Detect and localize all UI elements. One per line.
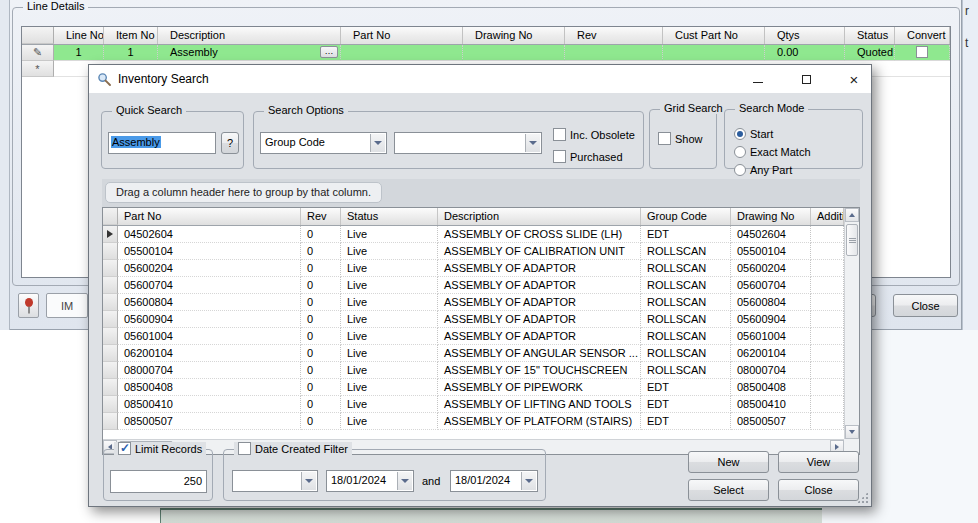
results-cell[interactable]	[811, 226, 844, 243]
purchased-checkbox[interactable]: Purchased	[553, 150, 623, 163]
results-grid[interactable]: Part NoRevStatusDescriptionGroup CodeDra…	[102, 207, 860, 455]
results-row-05600804[interactable]: 056008040LiveASSEMBLY OF ADAPTORROLLSCAN…	[103, 294, 844, 311]
results-cell[interactable]	[811, 413, 844, 430]
radio-circle-icon[interactable]	[734, 128, 746, 140]
inc-obsolete-checkbox[interactable]: Inc. Obsolete	[553, 128, 635, 141]
close-button[interactable]: ×	[845, 70, 863, 88]
view-button[interactable]: View	[778, 451, 859, 473]
results-cell[interactable]: 05600904	[118, 311, 301, 328]
results-cell[interactable]	[811, 328, 844, 345]
results-cell[interactable]	[811, 277, 844, 294]
line-cell-0[interactable]: 1	[54, 45, 104, 61]
line-col-part-no[interactable]: Part No	[341, 27, 463, 44]
results-cell[interactable]: ASSEMBLY OF CALIBRATION UNIT	[438, 243, 641, 260]
row-header[interactable]	[103, 328, 118, 345]
results-col-additional[interactable]: Additional	[811, 208, 844, 225]
line-col-convert[interactable]: Convert	[895, 27, 950, 44]
inc-obsolete-box[interactable]	[553, 128, 566, 141]
results-row-05600704[interactable]: 056007040LiveASSEMBLY OF ADAPTORROLLSCAN…	[103, 277, 844, 294]
results-row-08500507[interactable]: 085005070LiveASSEMBLY OF PLATFORM (STAIR…	[103, 413, 844, 430]
results-cell[interactable]: Live	[341, 396, 438, 413]
results-cell[interactable]	[811, 345, 844, 362]
results-cell[interactable]: 05600204	[731, 260, 811, 277]
results-cell[interactable]: 04502604	[731, 226, 811, 243]
results-cell[interactable]: ASSEMBLY OF PIPEWORK	[438, 379, 641, 396]
group-by-band[interactable]: Drag a column header here to group by th…	[102, 179, 860, 207]
quick-search-input[interactable]: Assembly	[108, 132, 216, 154]
results-cell[interactable]: 08500410	[731, 396, 811, 413]
results-cell[interactable]: 0	[301, 328, 341, 345]
results-cell[interactable]: ASSEMBLY OF ADAPTOR	[438, 328, 641, 345]
results-cell[interactable]: 0	[301, 362, 341, 379]
im-button[interactable]: IM	[46, 293, 88, 318]
results-cell[interactable]: 05500104	[118, 243, 301, 260]
convert-checkbox[interactable]	[916, 46, 928, 58]
results-cell[interactable]: Live	[341, 277, 438, 294]
results-cell[interactable]: Live	[341, 226, 438, 243]
results-row-08000704[interactable]: 080007040LiveASSEMBLY OF 15" TOUCHSCREEN…	[103, 362, 844, 379]
date-to-picker[interactable]: 18/01/2024	[450, 470, 538, 492]
results-cell[interactable]: ASSEMBLY OF CROSS SLIDE (LH)	[438, 226, 641, 243]
results-cell[interactable]: 08000704	[118, 362, 301, 379]
current-row-header[interactable]	[103, 226, 118, 243]
line-cell-3[interactable]	[341, 45, 463, 61]
row-header[interactable]	[103, 243, 118, 260]
results-cell[interactable]: 0	[301, 226, 341, 243]
row-header[interactable]	[103, 260, 118, 277]
results-cell[interactable]: Live	[341, 328, 438, 345]
row-header[interactable]	[103, 396, 118, 413]
search-field-dropdown-button[interactable]	[370, 134, 385, 152]
results-cell[interactable]: ROLLSCAN	[641, 294, 731, 311]
date-to-dropdown-button[interactable]	[521, 472, 536, 490]
line-col-item-no[interactable]: Item No	[104, 27, 158, 44]
results-col-group-code[interactable]: Group Code	[641, 208, 731, 225]
results-cell[interactable]: Live	[341, 345, 438, 362]
show-box[interactable]	[658, 132, 671, 145]
results-cell[interactable]: ROLLSCAN	[641, 345, 731, 362]
results-row-05601004[interactable]: 056010040LiveASSEMBLY OF ADAPTORROLLSCAN…	[103, 328, 844, 345]
new-button[interactable]: New	[688, 451, 769, 473]
line-col-drawing-no[interactable]: Drawing No	[463, 27, 565, 44]
results-cell[interactable]: ASSEMBLY OF ADAPTOR	[438, 294, 641, 311]
line-cell-5[interactable]	[565, 45, 663, 61]
results-cell[interactable]: 08500507	[118, 413, 301, 430]
results-cell[interactable]: 05601004	[731, 328, 811, 345]
results-cell[interactable]: 05600704	[731, 277, 811, 294]
results-cell[interactable]: 0	[301, 260, 341, 277]
maximize-button[interactable]	[797, 70, 815, 88]
date-preset-combo[interactable]	[232, 470, 318, 492]
results-cell[interactable]: ROLLSCAN	[641, 277, 731, 294]
results-cell[interactable]: ASSEMBLY OF ADAPTOR	[438, 311, 641, 328]
results-cell[interactable]	[811, 311, 844, 328]
results-cell[interactable]: 08500408	[731, 379, 811, 396]
results-col-rev[interactable]: Rev	[301, 208, 341, 225]
results-cell[interactable]: 0	[301, 311, 341, 328]
results-row-05500104[interactable]: 055001040LiveASSEMBLY OF CALIBRATION UNI…	[103, 243, 844, 260]
results-cell[interactable]: Live	[341, 260, 438, 277]
results-cell[interactable]: 04502604	[118, 226, 301, 243]
results-cell[interactable]: Live	[341, 294, 438, 311]
results-cell[interactable]: 06200104	[118, 345, 301, 362]
line-cell-9[interactable]	[895, 45, 950, 61]
results-cell[interactable]: ROLLSCAN	[641, 362, 731, 379]
row-header[interactable]	[103, 294, 118, 311]
results-row-04502604[interactable]: 045026040LiveASSEMBLY OF CROSS SLIDE (LH…	[103, 226, 844, 243]
results-cell[interactable]: ASSEMBLY OF ADAPTOR	[438, 260, 641, 277]
row-header[interactable]	[103, 345, 118, 362]
results-cell[interactable]: EDT	[641, 396, 731, 413]
results-cell[interactable]: 08000704	[731, 362, 811, 379]
results-cell[interactable]: ASSEMBLY OF LIFTING AND TOOLS	[438, 396, 641, 413]
results-cell[interactable]: 0	[301, 379, 341, 396]
results-col-part-no[interactable]: Part No	[118, 208, 301, 225]
results-cell[interactable]: 08500408	[118, 379, 301, 396]
radio-circle-icon[interactable]	[734, 164, 746, 176]
line-cell-1[interactable]: 1	[104, 45, 158, 61]
search-field-combo[interactable]: Group Code	[260, 132, 387, 154]
results-cell[interactable]: ROLLSCAN	[641, 243, 731, 260]
results-cell[interactable]: ROLLSCAN	[641, 311, 731, 328]
row-header[interactable]	[103, 413, 118, 430]
line-grid-selected-row[interactable]: ✎ 11Assembly…0.00Quoted	[22, 45, 950, 61]
results-cell[interactable]: Live	[341, 379, 438, 396]
results-cell[interactable]: Live	[341, 243, 438, 260]
results-cell[interactable]: 0	[301, 277, 341, 294]
